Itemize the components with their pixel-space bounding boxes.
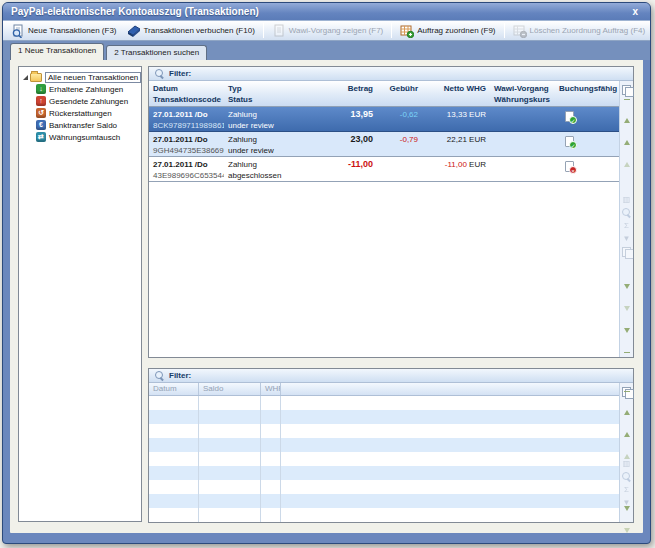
tab-neue-transaktionen[interactable]: 1 Neue Transaktionen (10, 43, 104, 60)
table-remove-icon (513, 24, 527, 38)
new-transactions-button[interactable]: Neue Transaktionen (F3) (6, 22, 122, 39)
cell-gebuehr: -0,79 (377, 132, 422, 156)
sum-icon[interactable]: Σ (624, 485, 629, 494)
main-toolbar: Neue Transaktionen (F3) Transaktionen ve… (3, 20, 650, 41)
search-icon[interactable] (622, 472, 631, 481)
window-title: PayPal-elektronischer Kontoauszug (Trans… (11, 6, 628, 17)
tree-item-banktransfer-saldo[interactable]: € Banktransfer Saldo (19, 119, 141, 131)
scroll-down-button[interactable] (624, 511, 630, 529)
cell-typ: Zahlung (228, 134, 308, 145)
post-transactions-button[interactable]: Transaktionen verbuchen (F10) (122, 22, 260, 39)
document-search-icon (11, 24, 25, 38)
delete-order-assignment-button[interactable]: Löschen Zuordnung Auftrag (F4) (508, 22, 651, 39)
table-row[interactable]: 27.01.2011 /Do9GH494735E3866936 Zahlungu… (149, 132, 619, 157)
scroll-down-page-button[interactable] (624, 311, 630, 329)
column-divider (280, 396, 281, 522)
empty-rows-area (149, 396, 619, 522)
table-row[interactable]: 27.01.2011 /Do43E989696C6535442 Zahlunga… (149, 157, 619, 182)
column-header-gebuehr[interactable]: Gebühr (377, 81, 422, 106)
column-divider (198, 396, 199, 522)
tree-item-erhaltene-zahlungen[interactable]: ↓ Erhaltene Zahlungen (19, 83, 141, 95)
cell-datum: 27.01.2011 /Do (153, 134, 220, 145)
search-icon[interactable] (622, 208, 631, 217)
search-icon (155, 69, 164, 78)
toolbar-button-label: Neue Transaktionen (F3) (28, 26, 117, 35)
scroll-up-page-button[interactable] (624, 437, 630, 455)
column-header-typ[interactable]: TypStatus (224, 81, 312, 106)
column-header-saldo[interactable]: Saldo (199, 383, 261, 395)
toolbar-separator (391, 23, 392, 38)
column-header-betrag[interactable]: Betrag (312, 81, 377, 106)
scroll-down-page-button[interactable] (624, 533, 630, 544)
sent-payments-icon: ↑ (36, 96, 46, 106)
tree-item-label: Erhaltene Zahlungen (49, 85, 123, 94)
column-options-icon[interactable]: ▥ (623, 195, 631, 204)
tree-item-label: Banktransfer Saldo (49, 121, 117, 130)
column-header-wawi-vorgang[interactable]: Wawi-VorgangWährungskurs (490, 81, 555, 106)
content-area: Alle neuen Transaktionen ↓ Erhaltene Zah… (10, 60, 643, 533)
cell-transaktionscode: 9GH494735E3866936 (153, 145, 220, 156)
column-header-netto-whg[interactable]: Netto WHG (422, 81, 490, 106)
received-payments-icon: ↓ (36, 84, 46, 94)
cell-netto: 22,21 (447, 135, 467, 144)
assign-order-button[interactable]: Auftrag zuordnen (F9) (395, 22, 500, 39)
folder-open-icon (30, 73, 42, 82)
bookable-check-icon: ✓ (565, 136, 574, 147)
saldo-table: Filter: Datum Saldo WHR (148, 368, 634, 523)
bank-transfer-icon: € (36, 120, 46, 130)
tree-item-waehrungsumtausch[interactable]: ⇄ Währungsumtausch (19, 131, 141, 143)
saldo-filter-bar[interactable]: Filter: (149, 369, 633, 383)
scroll-to-top-button[interactable] (624, 391, 630, 411)
filter-icon[interactable]: ▼ (623, 234, 631, 243)
tree-item-label: Alle neuen Transaktionen (45, 72, 141, 83)
scroll-up-button[interactable] (624, 415, 630, 433)
cell-datum: 27.01.2011 /Do (153, 159, 220, 170)
tree-item-rueckerstattungen[interactable]: ↺ Rückerstattungen (19, 107, 141, 119)
tab-strip: 1 Neue Transaktionen 2 Transaktionen suc… (3, 41, 650, 60)
cell-datum: 27.01.2011 /Do (153, 109, 220, 120)
column-header-buchungsfaehig[interactable]: Buchungsfähig (555, 81, 619, 106)
tree-item-label: Währungsumtausch (49, 133, 120, 142)
table-assign-icon (400, 24, 414, 38)
sum-icon[interactable]: Σ (624, 221, 629, 230)
cell-gebuehr (377, 157, 422, 181)
cell-transaktionscode: 8CK9789711989861D (153, 120, 220, 131)
cell-wawi-vorgang (490, 132, 555, 156)
scroll-to-bottom-button[interactable] (624, 333, 630, 353)
toolbar-separator (263, 23, 264, 38)
cell-typ: Zahlung (228, 109, 308, 120)
currency-exchange-icon: ⇄ (36, 132, 46, 142)
empty-table-space (149, 182, 619, 357)
filter-label: Filter: (169, 371, 191, 380)
filter-label: Filter: (169, 69, 191, 78)
tree-item-label: Gesendete Zahlungen (49, 97, 128, 106)
tree-item-gesendete-zahlungen[interactable]: ↑ Gesendete Zahlungen (19, 95, 141, 107)
cell-betrag: 13,95 (312, 107, 377, 131)
cell-whg: EUR (469, 160, 486, 169)
scroll-up-button[interactable] (624, 123, 630, 141)
main-filter-bar[interactable]: Filter: (149, 67, 633, 81)
close-button[interactable]: x (628, 4, 642, 19)
cell-transaktionscode: 43E989696C6535442 (153, 170, 220, 181)
column-header-datum[interactable]: DatumTransaktionscode (149, 81, 224, 106)
cell-whg: EUR (469, 135, 486, 144)
show-wawi-process-button[interactable]: Wawi-Vorgang zeigen (F7) (267, 22, 388, 39)
tree-expander-icon[interactable] (23, 75, 28, 80)
cell-gebuehr: -0,62 (377, 107, 422, 131)
column-header-datum[interactable]: Datum (149, 383, 199, 395)
tab-transaktionen-suchen[interactable]: 2 Transaktionen suchen (106, 45, 207, 60)
column-header-whr[interactable]: WHR (261, 383, 281, 395)
scroll-to-top-button[interactable] (624, 99, 630, 119)
scroll-down-button[interactable] (624, 289, 630, 307)
tree-item-alle-neuen-transaktionen[interactable]: Alle neuen Transaktionen (19, 71, 141, 83)
bookable-cross-icon: × (565, 161, 574, 172)
column-options-icon[interactable]: ▥ (623, 459, 631, 468)
copy-icon[interactable] (622, 85, 632, 95)
scroll-up-page-button[interactable] (624, 145, 630, 163)
saldo-table-header: Datum Saldo WHR (149, 383, 619, 396)
transaction-tree-panel: Alle neuen Transaktionen ↓ Erhaltene Zah… (18, 66, 142, 522)
grid-toolbar-vertical: ▥ Σ ▼ (619, 383, 633, 522)
cell-netto: 13,33 (447, 110, 467, 119)
copy-rows-icon[interactable] (622, 247, 632, 257)
table-row[interactable]: 27.01.2011 /Do8CK9789711989861D Zahlungu… (149, 107, 619, 132)
